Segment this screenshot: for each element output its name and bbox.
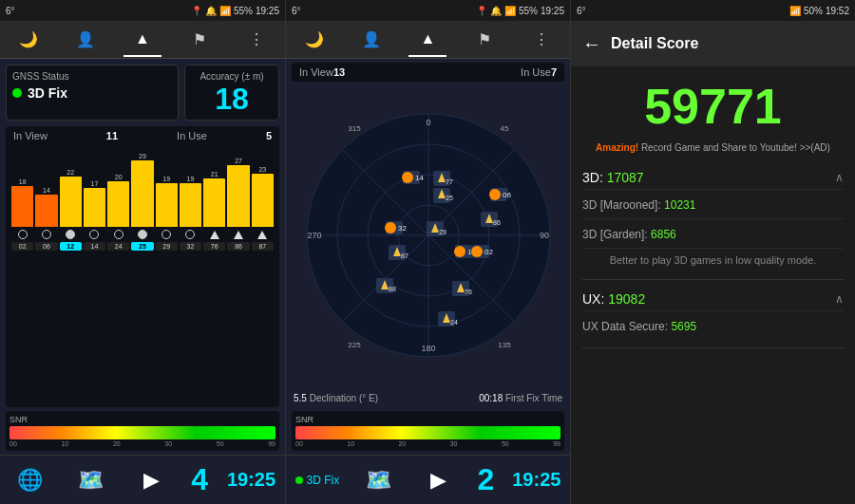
in-view-val-1: 11: [106, 130, 118, 141]
chart-area-1: 1814221720291919212723 02061214242529327…: [6, 145, 279, 407]
toolbar-person-2[interactable]: 👤: [352, 23, 390, 57]
detail-header: ← Detail Score: [571, 21, 855, 66]
svg-text:02: 02: [484, 248, 493, 256]
section-header-ux[interactable]: UX: 19082 ∧: [582, 288, 844, 310]
bar-fill-32: [180, 183, 201, 227]
svg-text:86: 86: [493, 219, 501, 226]
section-val-ux: 19082: [608, 291, 645, 307]
panel1-content: GNSS Status 3D Fix Accuracy (± m) 18 In …: [0, 59, 285, 455]
snr-ticks-1: 0010 2030 5099: [10, 440, 276, 447]
toolbar-flag-1[interactable]: ⚑: [180, 23, 218, 57]
snr-fill-2: [295, 426, 560, 439]
wifi-icon-3: 📶: [789, 6, 801, 16]
in-view-label-1: In View: [13, 130, 48, 141]
sub-label-marooned: 3D [Marooned]: 10231: [582, 198, 695, 212]
toolbar-nav-2[interactable]: ▲: [408, 23, 446, 57]
bar-num-32: 19: [187, 176, 195, 182]
status-bar-left-2: 6°: [292, 6, 301, 16]
toolbar-moon-1[interactable]: 🌙: [10, 23, 48, 57]
snr-ticks-2: 0010 2030 5099: [295, 440, 560, 447]
bar-num-76: 21: [211, 171, 218, 177]
section-header-3d[interactable]: 3D: 17087 ∧: [582, 166, 844, 189]
gnss-label: GNSS Status: [12, 71, 172, 82]
svg-text:180: 180: [421, 344, 435, 353]
svg-text:135: 135: [498, 341, 511, 349]
accuracy-value: 18: [191, 84, 273, 114]
sat-id-29: 29: [156, 242, 178, 251]
svg-text:0: 0: [426, 118, 430, 127]
time-2: 19:25: [541, 6, 564, 16]
location-icon-2: 📍: [476, 6, 487, 16]
svg-text:87: 87: [401, 252, 408, 259]
declination-val: 5.5: [294, 393, 307, 403]
bar-fill-76: [203, 178, 225, 227]
toolbar-flag-2[interactable]: ⚑: [466, 23, 504, 57]
bar-num-14: 17: [91, 180, 99, 187]
svg-point-20: [385, 222, 396, 233]
nav-icon-1[interactable]: ▶: [130, 459, 172, 501]
toolbar-more-1[interactable]: ⋮: [238, 23, 276, 57]
globe-icon-1[interactable]: 🌐: [10, 459, 51, 501]
toolbar-2: 🌙 👤 ▲ ⚑ ⋮: [286, 21, 570, 59]
back-button[interactable]: ←: [582, 33, 601, 55]
panel-detail-score: 6° 📶 50% 19:52 ← Detail Score 59771 Amaz…: [570, 0, 855, 504]
toolbar-moon-2[interactable]: 🌙: [295, 23, 333, 57]
status-bar-3: 6° 📶 50% 19:52: [571, 0, 855, 21]
bar-fill-25: [131, 160, 153, 227]
section-label-ux: UX: 19082: [582, 291, 645, 307]
bar-num-25: 29: [139, 153, 146, 159]
sat-icon-14: [84, 230, 105, 239]
bar-num-86: 27: [235, 158, 242, 164]
wifi-icon-2: 📶: [504, 6, 516, 16]
svg-text:45: 45: [500, 124, 508, 133]
svg-point-23: [489, 189, 501, 200]
status-degree-2: 6°: [292, 6, 301, 16]
status-bar-1: 6° 📍 🔔 📶 55% 19:25: [0, 0, 285, 21]
gnss-text: 3D Fix: [28, 85, 67, 101]
toolbar-person-1[interactable]: 👤: [66, 23, 104, 57]
svg-point-17: [402, 172, 413, 183]
status-bar-2: 6° 📍 🔔 📶 55% 19:25: [286, 0, 570, 21]
svg-text:77: 77: [446, 178, 453, 185]
map-icon-2[interactable]: 🗺️: [357, 459, 399, 501]
bar-item-24: 20: [107, 174, 129, 227]
svg-point-41: [454, 246, 466, 257]
sat-id-25: 25: [131, 242, 153, 251]
sat-icon-12: [60, 230, 82, 239]
bar-num-06: 14: [43, 187, 50, 194]
map-icon-1[interactable]: 🗺️: [70, 459, 112, 501]
detail-content: 59771 Amazing! Record Game and Share to …: [571, 66, 855, 504]
svg-text:29: 29: [439, 229, 446, 235]
chevron-3d: ∧: [835, 171, 844, 184]
sub-val-ux-data: 5695: [671, 320, 696, 333]
ad-text: Amazing! Record Game and Share to Youtub…: [582, 142, 844, 153]
bar-item-32: 19: [180, 176, 201, 227]
in-view-val-2: 13: [333, 66, 345, 78]
radar-area: 0 180 270 90 315 45 225 135 14 32 06 77: [286, 82, 570, 389]
sub-label-garden: 3D [Garden]: 6856: [582, 228, 676, 241]
sat-ids-row: 0206121424252932768687: [10, 242, 276, 252]
toolbar-more-2[interactable]: ⋮: [522, 23, 560, 57]
sat-id-87: 87: [252, 242, 274, 251]
bar-num-02: 18: [19, 178, 27, 185]
sat-id-06: 06: [35, 242, 57, 251]
sat-icon-24: [107, 230, 129, 239]
ad-rest: Record Game and Share to Youtube! >>(AD): [641, 142, 830, 153]
bars-container: 1814221720291919212723: [10, 151, 276, 227]
toolbar-nav-1[interactable]: ▲: [124, 23, 162, 57]
sub-garden: 3D [Garden]: 6856: [582, 218, 844, 248]
sat-icons-row: [10, 227, 276, 242]
status-degree-1: 6°: [6, 6, 15, 16]
svg-text:06: 06: [503, 191, 511, 199]
panel-radar: 6° 📍 🔔 📶 55% 19:25 🌙 👤 ▲ ⚑ ⋮ In View 13 …: [285, 0, 570, 504]
sat-id-76: 76: [203, 242, 225, 251]
gnss-value: 3D Fix: [12, 85, 172, 101]
bar-num-24: 20: [115, 174, 123, 180]
top-stats: GNSS Status 3D Fix Accuracy (± m) 18: [0, 59, 285, 126]
bar-item-86: 27: [227, 158, 249, 227]
in-view-label-2: In View: [299, 66, 333, 78]
snr-label-1: SNR: [10, 415, 276, 424]
in-use-label-2: In Use: [521, 66, 551, 78]
battery-icon-3: 50%: [804, 6, 823, 16]
nav-icon-2[interactable]: ▶: [417, 459, 459, 501]
